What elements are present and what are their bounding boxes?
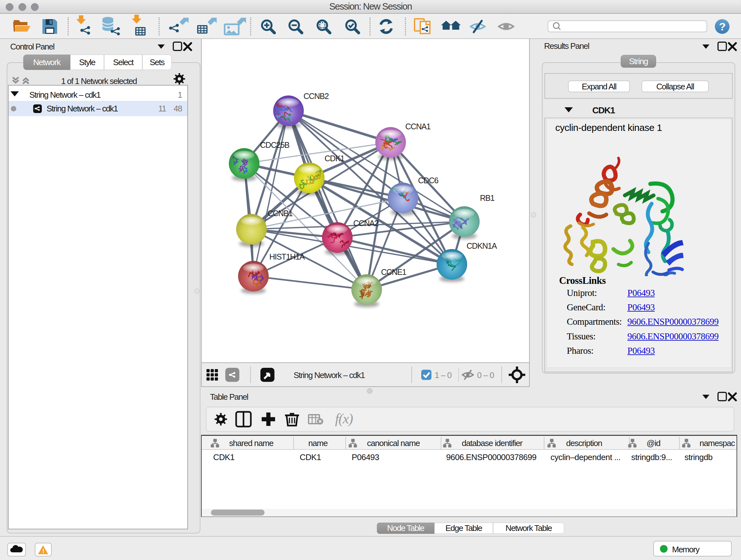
svg-text:1 – 0: 1 – 0	[434, 370, 452, 380]
svg-text:@id: @id	[647, 438, 660, 448]
svg-text:stringdb: stringdb	[684, 452, 713, 462]
svg-text:f(x): f(x)	[335, 411, 353, 427]
svg-text:CDK1: CDK1	[325, 154, 344, 163]
svg-text:name: name	[308, 438, 328, 448]
svg-text:CCNA2: CCNA2	[353, 219, 379, 228]
svg-text:9606.ENSP00000378699: 9606.ENSP00000378699	[446, 452, 536, 462]
svg-text:CDC6: CDC6	[418, 176, 439, 185]
svg-text:!: !	[42, 548, 44, 555]
svg-text:CCNB2: CCNB2	[304, 91, 329, 101]
svg-text:shared name: shared name	[229, 438, 273, 448]
svg-text:CCNE1: CCNE1	[381, 267, 406, 276]
svg-text:namespac: namespac	[699, 438, 735, 448]
svg-text:database identifier: database identifier	[462, 438, 523, 448]
svg-text:CCNB1: CCNB1	[267, 209, 293, 218]
svg-text:stringdb:9...: stringdb:9...	[631, 452, 672, 462]
svg-text:CDC25B: CDC25B	[260, 140, 289, 149]
svg-text:cyclin–dependent ...: cyclin–dependent ...	[550, 452, 620, 462]
svg-text:CDK1: CDK1	[300, 452, 321, 462]
svg-text:P06493: P06493	[352, 452, 379, 462]
svg-text:String Network – cdk1: String Network – cdk1	[293, 370, 365, 380]
svg-text:canonical name: canonical name	[367, 438, 420, 448]
svg-text:HIST1H1A: HIST1H1A	[269, 252, 305, 261]
svg-text:0 – 0: 0 – 0	[477, 370, 494, 380]
svg-text:CCNA1: CCNA1	[405, 122, 430, 131]
svg-text:CDK1: CDK1	[213, 452, 234, 462]
svg-text:RB1: RB1	[480, 193, 494, 202]
svg-text:description: description	[566, 438, 602, 448]
svg-text:CDKN1A: CDKN1A	[467, 241, 497, 250]
